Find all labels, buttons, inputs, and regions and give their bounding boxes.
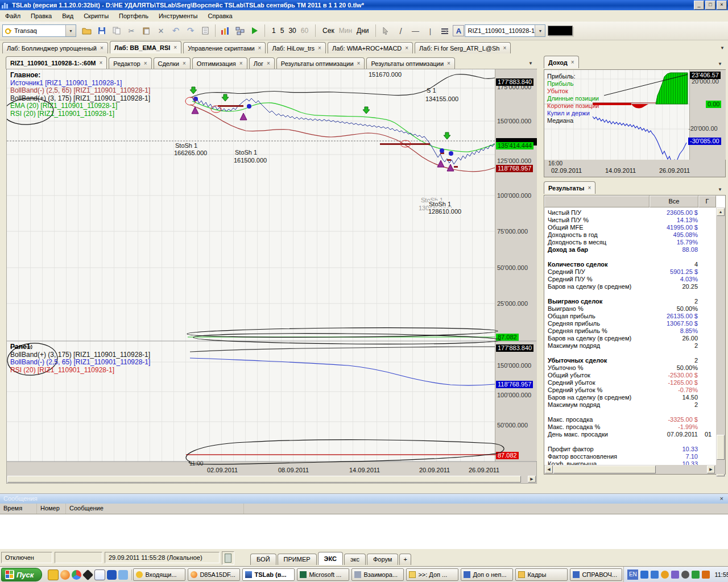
scroll-right-icon[interactable]: ▶ [707, 465, 715, 473]
text-tool-button[interactable]: A [453, 25, 464, 36]
quicklaunch-icon[interactable] [107, 570, 117, 580]
minimize-icon[interactable]: _ [694, 1, 704, 10]
chart-view-button[interactable] [218, 24, 232, 38]
menu-item[interactable]: Файл [0, 11, 26, 20]
message-column-header[interactable]: Время [0, 504, 37, 514]
menu-item[interactable]: Портфель [114, 11, 154, 20]
message-column-header[interactable]: Номер [37, 504, 66, 514]
redo-icon[interactable]: ↷ [184, 24, 197, 38]
close-tab-icon[interactable]: × [571, 59, 574, 65]
properties-button[interactable] [198, 24, 212, 38]
chart-plot[interactable] [7, 69, 495, 462]
menu-item[interactable]: Справка [203, 11, 238, 20]
paste-button[interactable] [139, 24, 153, 38]
lab-tabs-dropdown-icon[interactable]: ▼ [718, 43, 727, 52]
tray-volume-icon[interactable] [681, 571, 689, 579]
undo-icon[interactable]: ↶ [169, 24, 183, 38]
agent-tab[interactable]: БОЙ [250, 554, 276, 565]
tray-app-icon[interactable] [640, 571, 648, 579]
close-tab-icon[interactable]: × [447, 60, 450, 66]
close-icon[interactable]: × [720, 494, 723, 504]
taskbar-button[interactable]: СПРАВОЧ... [570, 568, 622, 581]
scrollbar-thumb[interactable] [7, 476, 521, 483]
column-header-partial[interactable]: Г [698, 196, 716, 207]
taskbar-button[interactable]: >>: Доп ... [406, 568, 458, 581]
results-dropdown-icon[interactable]: ▼ [715, 185, 725, 194]
script-tab[interactable]: Оптимизация × [192, 57, 247, 69]
tray-update-icon[interactable] [692, 571, 700, 579]
color-swatch[interactable] [548, 26, 573, 36]
agent-tab[interactable]: ЭКС [318, 552, 343, 565]
chevron-down-icon[interactable]: ▼ [65, 25, 76, 36]
vline-tool-icon[interactable]: | [423, 24, 437, 38]
menu-item[interactable]: Вид [57, 11, 78, 20]
hline-tool-icon[interactable]: — [408, 24, 422, 38]
lab-tab[interactable]: Лаб: Боллинджер упрощенный × [2, 42, 108, 53]
indicator-list-button[interactable] [438, 24, 452, 38]
lab-tab[interactable]: Лаб: Fi for Serg_ATR_L@Sh × [415, 42, 511, 53]
cut-icon[interactable]: ✂ [125, 24, 138, 38]
lab-tab[interactable]: Лаб: HiLow_trs × [267, 42, 326, 53]
script-tabs-dropdown-icon[interactable]: ▼ [526, 59, 535, 68]
period-button[interactable]: Дни [354, 27, 371, 35]
scrollbar-thumb[interactable] [717, 435, 725, 460]
line-tool-icon[interactable]: / [394, 24, 407, 38]
lab-tab[interactable]: Лаб: BB_EMA_RSI × [110, 41, 181, 53]
column-header-blank[interactable] [544, 196, 650, 207]
scroll-right-icon[interactable]: ▶ [528, 476, 536, 483]
close-tab-icon[interactable]: × [100, 45, 104, 51]
copy-button[interactable] [110, 24, 123, 38]
agent-tab[interactable]: ПРИМЕР [278, 554, 317, 565]
menu-item[interactable]: Правка [26, 11, 57, 20]
close-tab-icon[interactable]: × [318, 45, 321, 51]
close-tab-icon[interactable]: × [503, 45, 506, 51]
period-button[interactable]: Сек [320, 27, 337, 35]
close-tab-icon[interactable]: × [183, 60, 186, 66]
language-indicator[interactable]: EN [627, 569, 638, 580]
quicklaunch-icon[interactable] [48, 569, 59, 580]
scrollbar-thumb[interactable] [553, 465, 656, 473]
taskbar-button[interactable]: Microsoft ... [297, 568, 349, 581]
tray-alert-icon[interactable] [702, 571, 710, 579]
save-button[interactable] [95, 24, 109, 38]
run-button[interactable] [248, 24, 262, 38]
timeframe-button[interactable]: 60 [299, 27, 311, 35]
close-tab-icon[interactable]: × [588, 185, 591, 191]
close-tab-icon[interactable]: × [357, 60, 361, 66]
income-dropdown-icon[interactable]: ▼ [715, 59, 725, 68]
taskbar-button[interactable]: Кадры [515, 568, 568, 581]
script-tab[interactable]: Результаты оптимизации × [276, 57, 365, 69]
pointer-tool-button[interactable] [379, 24, 392, 38]
agent-tab[interactable]: экс [344, 554, 366, 565]
timeframe-button[interactable]: 30 [286, 27, 298, 35]
period-button[interactable]: Мин [337, 27, 354, 35]
quicklaunch-icon[interactable] [94, 569, 105, 580]
timeframe-button[interactable]: 1 [270, 27, 278, 35]
script-tab[interactable]: Редактор × [109, 57, 151, 69]
lab-tab[interactable]: Управление скриптами × [183, 42, 266, 53]
taskbar-button[interactable]: Взаимора... [351, 568, 404, 581]
tab-results[interactable]: Результаты × [544, 181, 595, 194]
scroll-left-icon[interactable]: ◀ [545, 465, 553, 473]
agent-tab[interactable]: + [399, 554, 411, 565]
quicklaunch-icon[interactable] [72, 570, 81, 580]
agent-tab[interactable]: Форум [367, 554, 398, 565]
quicklaunch-icon[interactable] [118, 570, 128, 580]
menu-item[interactable]: Инструменты [154, 11, 203, 20]
tray-clock[interactable]: 11:55 [712, 571, 728, 578]
scroll-up-icon[interactable]: ▲ [717, 208, 725, 216]
lab-tab[interactable]: Лаб: WMA+ROC+MACD × [328, 42, 413, 53]
maximize-icon[interactable]: □ [705, 1, 715, 10]
close-tab-icon[interactable]: × [258, 45, 262, 51]
quicklaunch-icon[interactable] [60, 570, 70, 580]
column-header-all[interactable]: Все [650, 196, 698, 207]
open-button[interactable] [80, 24, 94, 38]
message-column-header[interactable]: Сообщение [66, 504, 244, 514]
taskbar-button[interactable]: Доп о неп... [461, 568, 513, 581]
taskbar-button[interactable]: D85A15DF... [188, 568, 240, 581]
chart-hscrollbar[interactable]: ▶ [7, 475, 536, 483]
script-tab[interactable]: RIZ1_110901_110928-1:-:60M × [6, 56, 107, 69]
script-tab[interactable]: Лог × [249, 57, 275, 69]
chevron-down-icon[interactable]: ▼ [535, 25, 545, 36]
quicklaunch-icon[interactable] [82, 569, 93, 580]
